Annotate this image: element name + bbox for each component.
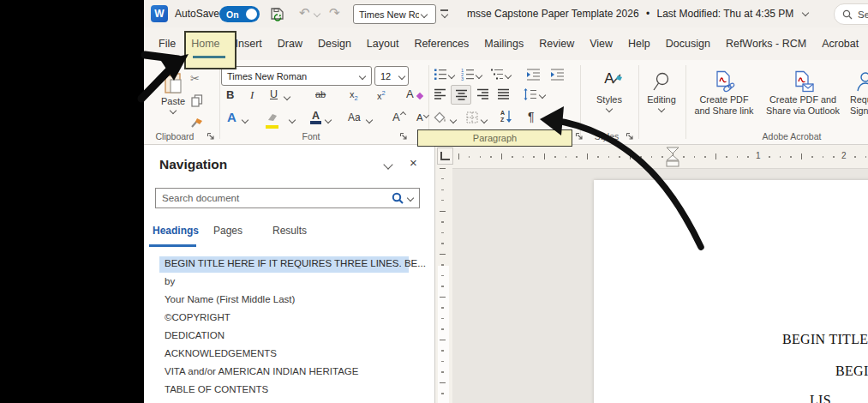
undo-icon[interactable]: ↶ — [299, 5, 310, 21]
nav-tab-results[interactable]: Results — [272, 225, 307, 237]
align-center-icon — [455, 89, 468, 101]
tab-selector-button[interactable] — [437, 147, 453, 165]
navigation-pane: Navigation × Headings Pages Results BEGI… — [144, 145, 435, 403]
editing-button[interactable]: Editing — [642, 72, 681, 111]
change-case-button[interactable]: Aa — [348, 111, 361, 123]
grow-font-button[interactable]: A — [392, 111, 405, 123]
navigation-search-chevron-icon[interactable] — [407, 195, 414, 202]
nav-tab-pages[interactable]: Pages — [213, 225, 242, 237]
grow-font-arrow-icon — [400, 111, 406, 117]
font-size-combobox[interactable]: 12 — [374, 66, 409, 86]
autosave-toggle[interactable]: On — [219, 6, 260, 22]
show-formatting-marks-button[interactable]: ¶ — [528, 110, 535, 123]
highlight-color-button[interactable] — [266, 111, 279, 129]
strikethrough-button[interactable]: ab — [315, 89, 326, 99]
title-separator: • — [646, 8, 650, 20]
nav-tab-headings[interactable]: Headings — [153, 225, 199, 237]
text-effects-button[interactable]: A — [227, 110, 236, 124]
paste-clipboard-icon — [163, 70, 183, 94]
tab-insert[interactable]: Insert — [228, 38, 270, 50]
tab-layout[interactable]: Layout — [359, 38, 407, 50]
tab-review[interactable]: Review — [531, 38, 582, 50]
tab-references[interactable]: References — [406, 38, 476, 50]
paragraph-dialog-launcher-icon[interactable] — [575, 132, 584, 141]
heading-item[interactable]: Your Name (First Middle Last) — [165, 294, 295, 304]
navigation-search-input[interactable] — [156, 192, 392, 204]
tab-acrobat[interactable]: Acrobat — [814, 38, 866, 50]
tab-view[interactable]: View — [582, 38, 620, 50]
increase-indent-icon[interactable] — [550, 68, 565, 81]
search-box[interactable]: Search — [834, 3, 868, 25]
decrease-indent-icon[interactable] — [526, 68, 541, 81]
heading-item[interactable]: TABLE OF CONTENTS — [165, 384, 268, 394]
cut-icon[interactable]: ✂ — [190, 72, 200, 85]
navigation-search-box[interactable] — [155, 188, 420, 208]
tab-help[interactable]: Help — [620, 38, 658, 50]
underline-button[interactable]: U — [270, 88, 278, 100]
italic-button[interactable]: I — [250, 88, 254, 102]
vertical-ruler[interactable] — [435, 168, 452, 403]
indent-markers[interactable] — [666, 147, 679, 167]
sort-button[interactable]: A Z — [500, 110, 512, 123]
heading-item[interactable]: ©COPYRIGHT — [165, 312, 230, 322]
document-page[interactable] — [594, 180, 868, 403]
navigation-search-icon[interactable] — [392, 192, 404, 205]
ribbon-options-chevron-icon[interactable] — [441, 11, 448, 18]
numbering-icon[interactable]: 123 — [461, 68, 475, 81]
clear-formatting-button[interactable]: A — [406, 87, 422, 100]
home-tab-underline — [193, 56, 225, 58]
tab-docusign[interactable]: Docusign — [658, 38, 718, 50]
justify-icon[interactable] — [497, 88, 510, 100]
align-right-icon[interactable] — [476, 88, 489, 100]
group-divider — [580, 65, 581, 139]
shrink-font-button[interactable]: A — [416, 112, 428, 123]
tab-mailings[interactable]: Mailings — [476, 38, 531, 50]
clipboard-dialog-launcher-icon[interactable] — [207, 132, 215, 141]
bullets-icon[interactable] — [434, 68, 447, 81]
page-text-line: BEGIN TITLE — [782, 332, 868, 347]
heading-item[interactable]: BEGIN TITLE HERE IF IT REQUIRES THREE LI… — [165, 258, 426, 268]
font-color-button[interactable]: A — [310, 110, 321, 124]
superscript-button[interactable]: x2 — [377, 89, 386, 101]
navigation-collapse-chevron-icon[interactable] — [383, 159, 392, 169]
undo-chevron-icon[interactable] — [314, 10, 320, 17]
tab-refworks[interactable]: RefWorks - RCM — [718, 38, 814, 50]
horizontal-ruler[interactable]: 1 2 — [435, 145, 868, 169]
heading-item[interactable]: ACKNOWLEDGEMENTS — [165, 348, 277, 358]
multilevel-list-icon[interactable] — [490, 68, 504, 81]
align-left-icon[interactable] — [434, 88, 446, 100]
redo-icon[interactable]: ↷ — [329, 5, 340, 21]
format-painter-icon[interactable] — [190, 117, 204, 129]
navigation-close-icon[interactable]: × — [410, 155, 417, 170]
font-dialog-launcher-icon[interactable] — [399, 132, 408, 141]
styles-dialog-launcher-icon[interactable] — [626, 132, 634, 141]
subscript-button[interactable]: x2 — [350, 89, 358, 102]
document-title-text: msse Capstone Paper Template 2026 — [467, 8, 639, 20]
heading-item[interactable]: DEDICATION — [165, 330, 224, 340]
borders-icon[interactable] — [466, 111, 478, 123]
clipboard-group-label: Clipboard — [147, 131, 202, 141]
tab-file[interactable]: File — [151, 38, 183, 50]
create-pdf-outlook-button[interactable]: Create PDF and Share via Outlook — [763, 70, 843, 116]
tab-draw[interactable]: Draw — [270, 38, 310, 50]
title-chevron-icon[interactable] — [801, 9, 808, 16]
font-name-combobox[interactable]: Times New Roman — [221, 66, 372, 86]
align-center-button[interactable] — [451, 85, 471, 105]
save-icon[interactable] — [270, 6, 285, 21]
shading-bucket-icon[interactable] — [434, 111, 448, 123]
tab-design[interactable]: Design — [310, 38, 359, 50]
tab-home[interactable]: Home — [183, 38, 227, 50]
line-spacing-icon[interactable] — [523, 87, 537, 101]
heading-item[interactable]: VITA and/or AMERICAN INDIAN HERITAGE — [165, 366, 358, 376]
create-pdf-share-link-button[interactable]: Create PDF and Share link — [689, 70, 759, 116]
bold-button[interactable]: B — [226, 88, 234, 101]
word-app-icon: W — [151, 5, 168, 22]
request-signatures-button[interactable]: Request Signatures — [847, 70, 868, 116]
quick-font-combobox[interactable]: Times New Roman — [353, 4, 436, 24]
copy-icon[interactable] — [191, 94, 203, 107]
highlighter-icon — [266, 112, 279, 123]
heading-item[interactable]: by — [165, 276, 175, 286]
paste-button[interactable]: Paste — [154, 70, 192, 113]
last-modified-text[interactable]: Last Modified: Thu at 4:35 PM — [656, 8, 793, 20]
styles-button[interactable]: A Styles — [586, 70, 632, 111]
